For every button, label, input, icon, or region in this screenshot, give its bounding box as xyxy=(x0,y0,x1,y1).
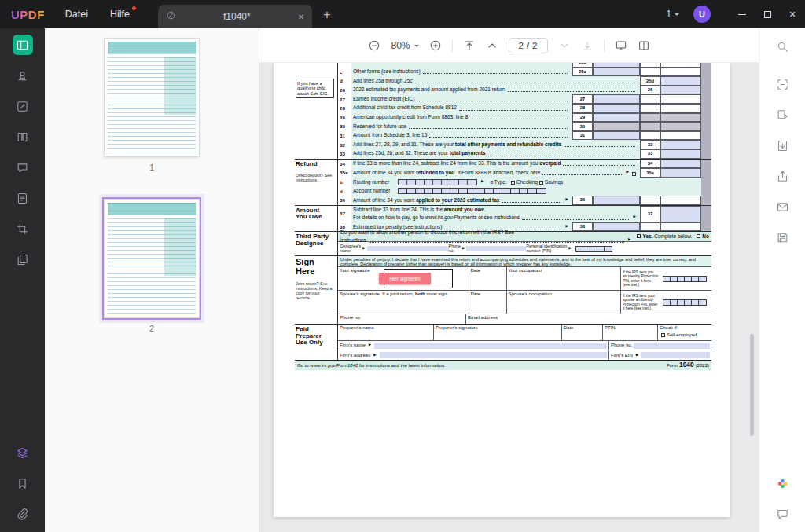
zoom-in-button[interactable] xyxy=(429,39,442,52)
firm-name-field[interactable] xyxy=(374,343,607,349)
previous-page-button[interactable] xyxy=(486,39,498,52)
designee-name-field[interactable] xyxy=(367,246,449,251)
updf-window: UPDF Datei Hilfe f1040* ✕ + 1 U ✕ xyxy=(0,0,805,532)
firm-phone-field[interactable] xyxy=(634,343,710,349)
scroll-to-bottom-button[interactable] xyxy=(581,39,594,52)
self-employed-checkbox[interactable] xyxy=(661,333,665,337)
spouse-occupation-cell[interactable]: Spouse's occupation xyxy=(507,291,621,314)
dotted-leader xyxy=(415,83,635,83)
scroll-to-top-button[interactable] xyxy=(463,39,476,52)
close-button[interactable]: ✕ xyxy=(780,0,805,28)
save-button[interactable] xyxy=(772,227,792,248)
date-cell[interactable]: Date xyxy=(469,291,507,314)
designee-phone-field[interactable] xyxy=(466,246,526,251)
firm-address-field[interactable] xyxy=(380,352,607,358)
amount-field-25d[interactable] xyxy=(660,76,701,86)
page-thumbnail-1[interactable] xyxy=(104,38,200,157)
amount-field-31[interactable] xyxy=(593,131,640,141)
comment-tool-button[interactable] xyxy=(13,157,33,178)
page-indicator[interactable]: 2/2 xyxy=(509,38,548,53)
user-avatar[interactable]: U xyxy=(693,6,711,23)
designee-no-checkbox[interactable] xyxy=(697,234,700,238)
bookmark-button[interactable] xyxy=(13,473,33,493)
reading-layout-button[interactable] xyxy=(638,39,650,52)
amount-field-32[interactable] xyxy=(660,140,701,149)
menu-hilfe[interactable]: Hilfe xyxy=(110,9,130,20)
savings-checkbox[interactable] xyxy=(539,181,543,185)
zoom-level-dropdown[interactable]: 80% xyxy=(391,40,418,51)
organize-pages-button[interactable] xyxy=(13,249,33,270)
menu-datei[interactable]: Datei xyxy=(65,9,88,20)
new-tab-button[interactable]: + xyxy=(323,8,331,21)
attachment-button[interactable] xyxy=(13,504,33,524)
tab-count-dropdown[interactable]: 1 xyxy=(666,9,679,20)
page-thumbnail-2[interactable] xyxy=(104,199,200,318)
line-number: d xyxy=(338,186,351,196)
document-canvas[interactable]: If you have a qualifying child, attach S… xyxy=(259,63,759,532)
tab-close-button[interactable]: ✕ xyxy=(298,13,304,21)
minimize-button[interactable] xyxy=(730,0,755,28)
preparer-date-cell[interactable]: Date xyxy=(562,325,603,340)
digit-box xyxy=(502,189,511,194)
thumbnail-panel-button[interactable] xyxy=(13,35,33,55)
checking-checkbox[interactable] xyxy=(511,181,515,185)
designee-yes-checkbox[interactable] xyxy=(637,234,641,238)
document-tab[interactable]: f1040* ✕ xyxy=(158,5,312,28)
arrow-icon: ▶ xyxy=(628,237,631,244)
designee-pin-boxes[interactable] xyxy=(575,246,612,252)
bookmark-icon xyxy=(16,477,29,490)
maximize-button[interactable] xyxy=(755,0,780,28)
line-number-box: 30 xyxy=(572,122,593,131)
edit-tool-button[interactable] xyxy=(13,96,33,116)
amount-field-29[interactable] xyxy=(593,113,640,123)
zoom-out-button[interactable] xyxy=(368,39,380,52)
digit-box xyxy=(459,189,468,194)
preparer-signature-cell[interactable]: Preparer's signature xyxy=(434,325,562,340)
layers-button[interactable] xyxy=(13,442,33,463)
share-button[interactable] xyxy=(772,166,792,186)
email-button[interactable] xyxy=(772,196,792,217)
form-tool-button[interactable] xyxy=(13,188,33,208)
ip-pin-boxes[interactable] xyxy=(663,276,707,282)
vertical-scrollbar[interactable] xyxy=(750,334,754,436)
presentation-button[interactable] xyxy=(615,39,627,52)
crop-tool-button[interactable] xyxy=(13,218,33,239)
feedback-button[interactable] xyxy=(772,504,792,524)
date-cell[interactable]: Date xyxy=(469,267,507,290)
amount-field-35a[interactable] xyxy=(660,168,701,178)
amount-field-28[interactable] xyxy=(593,104,640,113)
phone-cell[interactable]: Phone no. xyxy=(338,314,466,324)
amount-field-37[interactable] xyxy=(660,206,701,222)
amount-field-25c[interactable] xyxy=(593,68,640,77)
your-occupation-cell[interactable]: Your occupation xyxy=(507,267,621,290)
account-number-boxes[interactable] xyxy=(398,188,546,195)
next-page-button[interactable] xyxy=(558,39,571,52)
reader-mode-button[interactable] xyxy=(13,127,33,147)
firm-ein-field[interactable] xyxy=(641,352,710,358)
empty-cell xyxy=(660,122,701,131)
amount-field-33[interactable] xyxy=(660,149,701,159)
line-number-box: 29 xyxy=(572,113,593,123)
ocr-button[interactable] xyxy=(772,74,792,94)
left-toolbar-top xyxy=(13,35,33,270)
line-number-box xyxy=(640,222,660,232)
sign-here-annotation[interactable]: Hier signieren xyxy=(379,273,431,284)
amount-field-26[interactable] xyxy=(660,86,701,95)
search-button[interactable] xyxy=(772,36,792,57)
shaded-strip xyxy=(701,113,711,123)
spouse-signature-cell[interactable]: Spouse's signature. If a joint return, b… xyxy=(338,291,469,314)
amount-field-36[interactable] xyxy=(593,196,640,205)
dotted-leader xyxy=(508,91,635,92)
amount-field-34[interactable] xyxy=(660,160,701,169)
ai-assistant-button[interactable] xyxy=(772,473,792,493)
routing-number-boxes[interactable] xyxy=(398,179,477,186)
amount-field-27[interactable] xyxy=(593,94,640,104)
ptin-cell[interactable]: PTIN xyxy=(603,325,658,340)
spouse-ip-pin-boxes[interactable] xyxy=(663,299,707,306)
email-cell[interactable]: Email address xyxy=(466,314,711,324)
convert-button[interactable] xyxy=(772,105,792,125)
check-here-checkbox[interactable] xyxy=(632,172,636,176)
preparer-name-cell[interactable]: Preparer's name xyxy=(338,325,434,340)
stamp-tool-button[interactable] xyxy=(13,65,33,86)
extract-button[interactable] xyxy=(772,135,792,156)
